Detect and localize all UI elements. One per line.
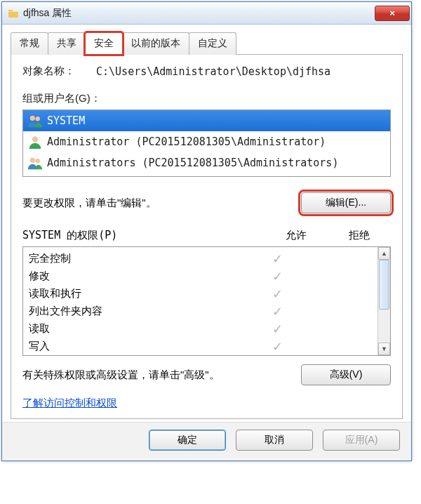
allow-check-icon: ✓ xyxy=(246,304,309,319)
svg-point-1 xyxy=(35,117,39,121)
tab-security[interactable]: 安全 xyxy=(85,32,123,55)
permission-row: 写入 ✓ xyxy=(29,338,372,355)
group-icon xyxy=(27,113,43,128)
list-item[interactable]: SYSTEM xyxy=(23,110,390,131)
content-area: 常规 共享 安全 以前的版本 自定义 对象名称： C:\Users\Admini… xyxy=(2,25,411,422)
svg-point-3 xyxy=(30,158,35,163)
advanced-hint: 有关特殊权限或高级设置，请单击"高级"。 xyxy=(22,367,220,383)
dialog-button-bar: 确定 取消 应用(A) xyxy=(2,422,411,460)
security-panel: 对象名称： C:\Users\Administrator\Desktop\djf… xyxy=(11,55,403,419)
edit-button[interactable]: 编辑(E)... xyxy=(301,192,391,213)
scroll-down-button[interactable]: ▼ xyxy=(378,343,390,355)
object-path: C:\Users\Administrator\Desktop\djfhsa xyxy=(96,65,330,78)
apply-button[interactable]: 应用(A) xyxy=(323,430,400,451)
folder-icon xyxy=(8,8,19,19)
svg-point-0 xyxy=(30,116,35,121)
permissions-subject-label: SYSTEM 的权限(P) xyxy=(22,229,265,242)
permission-name: 读取和执行 xyxy=(29,287,246,300)
allow-check-icon: ✓ xyxy=(246,339,309,354)
object-label: 对象名称： xyxy=(22,65,75,78)
scroll-track[interactable] xyxy=(378,260,390,343)
tab-previous-versions[interactable]: 以前的版本 xyxy=(122,32,189,55)
edit-row: 要更改权限，请单击"编辑"。 编辑(E)... xyxy=(22,192,391,213)
edit-hint: 要更改权限，请单击"编辑"。 xyxy=(22,197,156,210)
tab-custom[interactable]: 自定义 xyxy=(189,32,236,55)
list-item[interactable]: Administrator (PC201512081305\Administra… xyxy=(23,131,390,152)
learn-more-link[interactable]: 了解访问控制和权限 xyxy=(22,397,117,410)
permission-name: 读取 xyxy=(29,322,246,336)
groups-listbox[interactable]: SYSTEM Administrator (PC201512081305\Adm… xyxy=(22,110,391,177)
object-row: 对象名称： C:\Users\Administrator\Desktop\djf… xyxy=(22,65,391,78)
scrollbar[interactable]: ▲ ▼ xyxy=(377,247,390,355)
permissions-box: 完全控制 ✓ 修改 ✓ 读取和执行 ✓ 列出文 xyxy=(22,246,391,356)
tab-sharing[interactable]: 共享 xyxy=(48,32,86,55)
scroll-thumb[interactable] xyxy=(379,260,389,310)
scroll-up-button[interactable]: ▲ xyxy=(378,247,390,260)
list-item-label: Administrator (PC201512081305\Administra… xyxy=(47,135,326,148)
allow-check-icon: ✓ xyxy=(246,251,309,267)
cancel-button[interactable]: 取消 xyxy=(236,430,313,451)
window-title: djfhsa 属性 xyxy=(23,7,375,20)
group-icon xyxy=(27,155,43,171)
tab-general[interactable]: 常规 xyxy=(11,32,48,55)
permission-name: 写入 xyxy=(29,340,246,353)
svg-point-4 xyxy=(35,159,39,163)
permissions-header: SYSTEM 的权限(P) 允许 拒绝 xyxy=(22,229,391,242)
deny-header: 拒绝 xyxy=(328,229,391,242)
user-icon xyxy=(27,134,43,150)
allow-check-icon: ✓ xyxy=(246,269,309,284)
allow-header: 允许 xyxy=(265,229,328,242)
permission-row: 读取 ✓ xyxy=(29,320,372,338)
allow-check-icon: ✓ xyxy=(246,321,309,337)
properties-dialog: djfhsa 属性 × 常规 共享 安全 以前的版本 自定义 对象名称： C:\… xyxy=(1,1,412,461)
groups-label: 组或用户名(G)： xyxy=(22,92,391,105)
close-icon: × xyxy=(389,8,395,18)
close-button[interactable]: × xyxy=(375,6,410,21)
svg-point-2 xyxy=(32,136,38,142)
advanced-row: 有关特殊权限或高级设置，请单击"高级"。 高级(V) xyxy=(22,364,391,385)
permission-row: 读取和执行 ✓ xyxy=(29,285,372,303)
permission-name: 修改 xyxy=(29,270,246,283)
ok-button[interactable]: 确定 xyxy=(149,430,226,451)
list-item[interactable]: Administrators (PC201512081305\Administr… xyxy=(23,152,390,173)
permission-name: 完全控制 xyxy=(29,252,246,265)
permission-row: 列出文件夹内容 ✓ xyxy=(29,303,372,320)
allow-check-icon: ✓ xyxy=(246,286,309,302)
titlebar: djfhsa 属性 × xyxy=(2,2,411,25)
tab-bar: 常规 共享 安全 以前的版本 自定义 xyxy=(11,32,403,55)
list-item-label: Administrators (PC201512081305\Administr… xyxy=(47,157,338,169)
advanced-button[interactable]: 高级(V) xyxy=(301,364,391,385)
permission-name: 列出文件夹内容 xyxy=(29,305,246,318)
permissions-list: 完全控制 ✓ 修改 ✓ 读取和执行 ✓ 列出文 xyxy=(23,247,377,355)
permission-row: 修改 ✓ xyxy=(29,267,372,285)
list-item-label: SYSTEM xyxy=(47,114,85,127)
permission-row: 完全控制 ✓ xyxy=(29,250,372,267)
